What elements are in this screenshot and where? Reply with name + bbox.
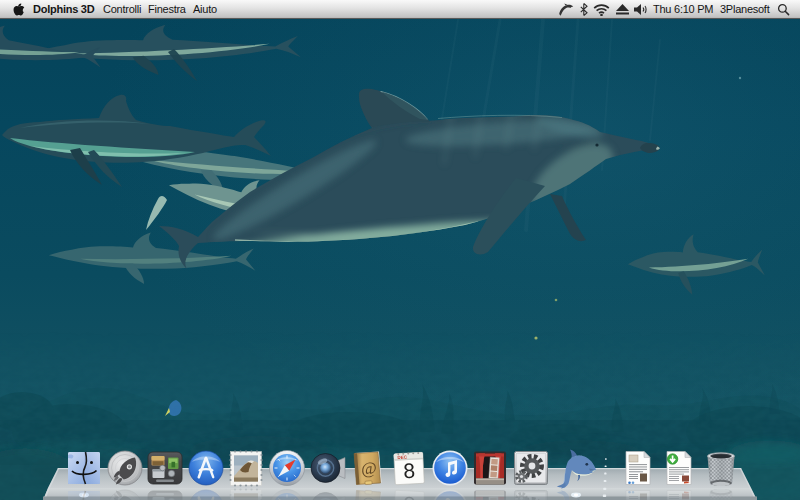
svg-text:8: 8 bbox=[403, 459, 416, 483]
svg-text:@: @ bbox=[361, 458, 378, 478]
